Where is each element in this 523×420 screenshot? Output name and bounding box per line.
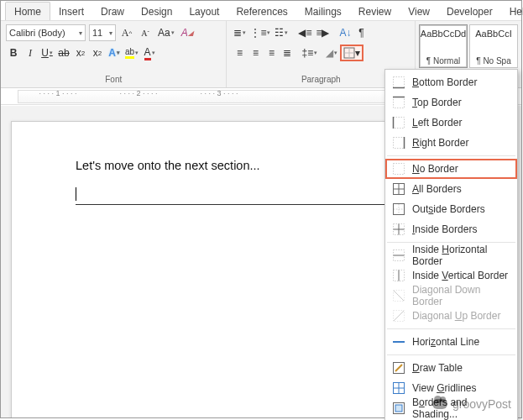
text-effects-button[interactable]: A▾ — [107, 45, 122, 61]
underline-button[interactable]: U▾ — [39, 45, 55, 61]
menu-item-label: No Border — [412, 163, 458, 175]
show-marks-button[interactable]: ¶ — [354, 24, 369, 41]
sort-button[interactable]: A↓ — [338, 24, 353, 41]
border-menu-right[interactable]: Right Border — [385, 133, 517, 153]
svg-rect-3 — [394, 77, 405, 88]
grid-border-icon — [392, 381, 405, 395]
shrink-font-button[interactable]: Aˇ — [138, 24, 153, 41]
align-left-button[interactable]: ≡ — [232, 45, 247, 61]
outside-border-icon — [392, 202, 405, 216]
tab-home[interactable]: Home — [5, 2, 50, 20]
tab-references[interactable]: References — [228, 3, 295, 20]
indent-icon: ≡▶ — [316, 27, 329, 39]
menu-item-label: Inside Borders — [412, 223, 477, 235]
tab-mailings[interactable]: Mailings — [296, 3, 350, 20]
menu-item-label: Outside Borders — [412, 203, 485, 215]
border-menu-iv[interactable]: Inside Vertical Border — [385, 265, 517, 286]
left-border-icon — [392, 116, 405, 129]
iv-border-icon — [392, 269, 405, 282]
justify-icon: ≣ — [283, 47, 291, 59]
highlight-icon: ab — [125, 47, 134, 59]
tab-developer[interactable]: Developer — [438, 3, 501, 20]
multilevel-list-button[interactable]: ☷▾ — [273, 24, 290, 41]
style-preview: AaBbCcDd — [421, 29, 466, 39]
superscript-button[interactable]: x2 — [90, 45, 105, 61]
justify-button[interactable]: ≣ — [280, 45, 295, 61]
grow-font-button[interactable]: A^ — [119, 24, 134, 41]
none-border-icon — [392, 162, 405, 176]
watermark-text: groovyPost — [452, 397, 511, 411]
border-menu-all[interactable]: All Borders — [385, 179, 517, 199]
menu-item-label: Top Border — [412, 97, 462, 108]
svg-rect-9 — [394, 138, 405, 149]
style-preview: AaBbCcI — [475, 29, 511, 39]
menu-item-label: All Borders — [412, 183, 462, 195]
group-font: Calibri (Body) ▾ 11 ▾ A^ Aˇ Aa▾ A◢ B I U… — [1, 21, 227, 87]
font-name-select[interactable]: Calibri (Body) ▾ — [6, 24, 86, 41]
document-text[interactable]: Let's move onto the next section... — [76, 159, 433, 172]
border-menu-dd: Diagonal Down Border — [385, 286, 517, 306]
borders-button[interactable]: ▾ — [340, 45, 363, 61]
tab-review[interactable]: Review — [350, 3, 400, 20]
inside-border-icon — [392, 223, 405, 236]
numbering-button[interactable]: ⋮≡▾ — [248, 24, 272, 41]
decrease-indent-button[interactable]: ◀≡ — [296, 24, 313, 41]
svg-line-26 — [394, 291, 404, 301]
border-menu-ih[interactable]: Inside Horizontal Border — [385, 245, 517, 265]
border-menu-left[interactable]: Left Border — [385, 113, 517, 133]
menu-separator — [387, 155, 515, 156]
border-menu-bottom[interactable]: Bottom Border — [385, 72, 517, 92]
style-card[interactable]: AaBbCcI¶ No Spa — [469, 24, 518, 68]
bullets-icon: ≣ — [233, 27, 242, 39]
font-name-value: Calibri (Body) — [9, 28, 65, 38]
align-left-icon: ≡ — [237, 47, 243, 59]
menu-item-label: View Gridlines — [412, 382, 477, 394]
border-menu-inside[interactable]: Inside Borders — [385, 219, 517, 239]
strikethrough-button[interactable]: ab — [56, 45, 71, 61]
svg-rect-35 — [395, 405, 402, 412]
outdent-icon: ◀≡ — [298, 27, 311, 39]
font-color-button[interactable]: A▾ — [142, 45, 157, 61]
right-border-icon — [392, 136, 405, 150]
menu-separator — [387, 328, 515, 329]
ribbon-tabs: HomeInsertDrawDesignLayoutReferencesMail… — [1, 1, 521, 21]
text-cursor — [76, 187, 433, 201]
tab-insert[interactable]: Insert — [50, 3, 92, 20]
shading-button[interactable]: ◢▾ — [324, 45, 339, 61]
tab-layout[interactable]: Layout — [180, 3, 228, 20]
chevron-down-icon: ▾ — [355, 47, 360, 59]
style-card[interactable]: AaBbCcDd¶ Normal — [419, 24, 468, 68]
group-label-paragraph: Paragraph — [232, 75, 410, 86]
border-icon — [343, 47, 355, 59]
bold-button[interactable]: B — [6, 45, 21, 61]
font-size-value: 11 — [92, 28, 102, 38]
border-menu-grid[interactable]: View Gridlines — [385, 378, 517, 398]
change-case-button[interactable]: Aa▾ — [156, 24, 176, 41]
border-menu-outside[interactable]: Outside Borders — [385, 199, 517, 219]
tab-design[interactable]: Design — [133, 3, 180, 20]
clear-formatting-button[interactable]: A◢ — [180, 24, 195, 41]
border-menu-draw[interactable]: Draw Table — [385, 358, 517, 378]
align-right-button[interactable]: ≡ — [264, 45, 279, 61]
line-spacing-button[interactable]: ‡≡▾ — [300, 45, 319, 61]
numbering-icon: ⋮≡ — [250, 27, 266, 39]
tab-view[interactable]: View — [400, 3, 438, 20]
align-center-button[interactable]: ≡ — [248, 45, 263, 61]
font-size-select[interactable]: 11 ▾ — [89, 24, 116, 41]
dialog-border-icon — [392, 402, 405, 415]
highlight-color-button[interactable]: ab▾ — [123, 45, 140, 61]
border-menu-none[interactable]: No Border — [385, 159, 517, 179]
border-menu-top[interactable]: Top Border — [385, 92, 517, 113]
font-color-icon: A — [144, 46, 151, 60]
tab-draw[interactable]: Draw — [92, 3, 133, 20]
ih-border-icon — [392, 249, 405, 262]
menu-item-label: Left Border — [412, 117, 462, 129]
align-center-icon: ≡ — [253, 47, 259, 59]
border-menu-hline[interactable]: Horizontal Line — [385, 332, 517, 352]
tab-help[interactable]: Help — [501, 3, 523, 20]
subscript-button[interactable]: x2 — [73, 45, 88, 61]
hline-border-icon — [392, 335, 405, 349]
italic-button[interactable]: I — [23, 45, 38, 61]
bullets-button[interactable]: ≣▾ — [232, 24, 248, 41]
increase-indent-button[interactable]: ≡▶ — [314, 24, 331, 41]
